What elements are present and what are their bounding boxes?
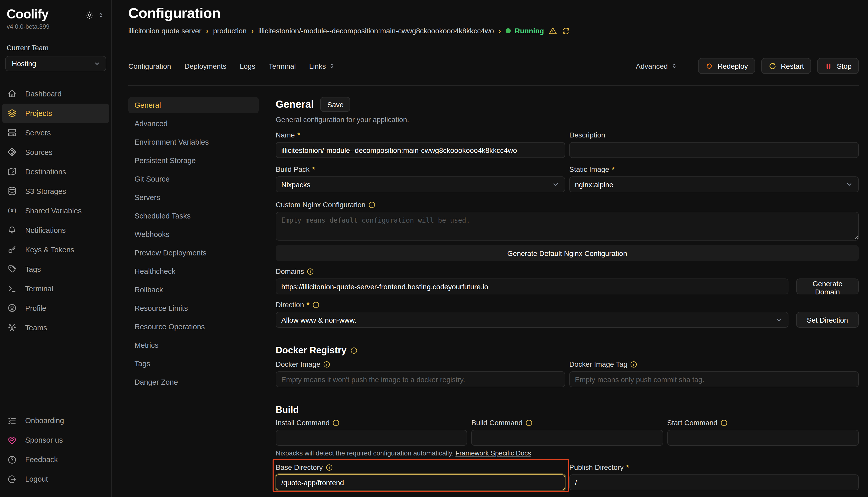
build-pack-label-text: Build Pack <box>276 165 309 173</box>
chevron-down-icon <box>93 60 101 67</box>
tag-icon <box>7 264 17 274</box>
build-command-label-text: Build Command <box>471 418 523 427</box>
submenu-item-scheduled-tasks[interactable]: Scheduled Tasks <box>128 208 259 224</box>
tab-label: Logs <box>240 62 256 70</box>
submenu-item-preview-deployments[interactable]: Preview Deployments <box>128 245 259 261</box>
info-icon[interactable] <box>350 347 358 354</box>
sidebar-item-s3-storages[interactable]: S3 Storages <box>2 181 109 201</box>
submenu-item-general[interactable]: General <box>128 97 259 113</box>
custom-nginx-textarea[interactable] <box>276 212 859 241</box>
checklist-icon <box>7 416 17 425</box>
tab-configuration[interactable]: Configuration <box>128 62 171 70</box>
app-logo[interactable]: Coolify <box>7 7 48 21</box>
tab-deployments[interactable]: Deployments <box>184 62 226 70</box>
base-directory-input[interactable] <box>276 474 565 490</box>
submenu-item-webhooks[interactable]: Webhooks <box>128 226 259 243</box>
sidebar-item-shared-variables[interactable]: (x) Shared Variables <box>2 201 109 220</box>
submenu-item-persistent-storage[interactable]: Persistent Storage <box>128 152 259 169</box>
breadcrumb-link[interactable]: illicitonion quote server <box>128 27 202 35</box>
updown-icon <box>329 62 335 69</box>
theme-toggle-icon[interactable] <box>85 11 94 19</box>
domains-input[interactable] <box>276 279 788 294</box>
info-icon[interactable] <box>326 464 333 471</box>
tab-terminal[interactable]: Terminal <box>269 62 296 70</box>
version-switcher-icon[interactable] <box>98 12 104 18</box>
tab-links[interactable]: Links <box>309 62 335 70</box>
sidebar-item-dashboard[interactable]: Dashboard <box>2 84 109 103</box>
docker-image-input[interactable] <box>276 371 565 387</box>
team-select[interactable]: Hosting <box>5 56 106 71</box>
sidebar-footer-nav: Onboarding Sponsor us Feedback Logout <box>0 411 111 489</box>
sidebar-item-label: Terminal <box>25 284 53 293</box>
start-command-label: Start Command <box>667 418 859 427</box>
description-input[interactable] <box>569 142 859 158</box>
publish-directory-input[interactable] <box>569 474 859 490</box>
submenu-item-tags[interactable]: Tags <box>128 355 259 372</box>
info-icon[interactable] <box>525 419 533 426</box>
submenu-item-rollback[interactable]: Rollback <box>128 282 259 298</box>
sidebar-item-profile[interactable]: Profile <box>2 298 109 318</box>
advanced-dropdown[interactable]: Advanced <box>636 62 678 70</box>
breadcrumb-link[interactable]: production <box>213 27 247 35</box>
bell-icon <box>7 225 17 235</box>
submenu-item-metrics[interactable]: Metrics <box>128 337 259 353</box>
static-image-select[interactable]: nginx:alpine <box>569 176 859 192</box>
status-badge: Running <box>506 26 570 36</box>
docker-image-tag-input[interactable] <box>569 371 859 387</box>
submenu-item-servers[interactable]: Servers <box>128 189 259 206</box>
warning-icon[interactable] <box>548 26 557 36</box>
info-icon[interactable] <box>332 419 340 426</box>
submenu-item-healthcheck[interactable]: Healthcheck <box>128 263 259 280</box>
sidebar-item-destinations[interactable]: Destinations <box>2 162 109 181</box>
sidebar-item-sponsor-us[interactable]: Sponsor us <box>2 430 109 450</box>
status-running-link[interactable]: Running <box>515 27 544 35</box>
info-icon[interactable] <box>368 201 376 209</box>
button-stop[interactable]: Stop <box>817 58 859 74</box>
name-input[interactable] <box>276 142 565 158</box>
info-icon[interactable] <box>630 360 638 368</box>
button-label: Restart <box>781 62 804 70</box>
nixpacks-note: Nixpacks will detect the required config… <box>276 449 859 457</box>
submenu-item-environment-variables[interactable]: Environment Variables <box>128 134 259 150</box>
button-restart[interactable]: Restart <box>761 58 811 74</box>
home-icon <box>7 89 17 98</box>
breadcrumb-link[interactable]: illicitestonion/-module--decomposition:m… <box>258 27 494 35</box>
submenu-item-label: Servers <box>135 193 160 202</box>
sidebar-item-terminal[interactable]: Terminal <box>2 279 109 298</box>
build-pack-select[interactable]: Nixpacks <box>276 176 565 192</box>
info-icon[interactable] <box>323 360 331 368</box>
sidebar-item-label: Tags <box>25 265 41 273</box>
install-command-input[interactable] <box>276 430 467 446</box>
submenu-item-git-source[interactable]: Git Source <box>128 171 259 187</box>
generate-domain-button[interactable]: Generate Domain <box>796 279 859 294</box>
sync-icon[interactable] <box>561 26 570 35</box>
direction-select[interactable]: Allow www & non-www. <box>276 312 788 328</box>
info-icon[interactable] <box>307 268 314 275</box>
sidebar-item-onboarding[interactable]: Onboarding <box>2 411 109 430</box>
build-pack-value: Nixpacks <box>281 180 311 188</box>
info-icon[interactable] <box>720 419 728 426</box>
set-direction-button[interactable]: Set Direction <box>796 312 859 328</box>
sidebar-item-sources[interactable]: Sources <box>2 142 109 162</box>
sidebar-item-teams[interactable]: Teams <box>2 318 109 337</box>
submenu-item-danger-zone[interactable]: Danger Zone <box>128 374 259 390</box>
sidebar-item-feedback[interactable]: Feedback <box>2 450 109 469</box>
submenu-item-resource-limits[interactable]: Resource Limits <box>128 300 259 316</box>
sidebar-item-notifications[interactable]: Notifications <box>2 220 109 240</box>
sidebar-item-servers[interactable]: Servers <box>2 123 109 142</box>
info-icon[interactable] <box>312 301 319 309</box>
sidebar-item-tags[interactable]: Tags <box>2 259 109 279</box>
sidebar-item-keys-tokens[interactable]: Keys & Tokens <box>2 240 109 259</box>
build-command-input[interactable] <box>471 430 663 446</box>
framework-docs-link[interactable]: Framework Specific Docs <box>455 449 531 457</box>
save-button[interactable]: Save <box>320 97 350 112</box>
sidebar-item-logout[interactable]: Logout <box>2 469 109 489</box>
install-command-field-group: Install Command <box>276 418 467 446</box>
start-command-input[interactable] <box>667 430 859 446</box>
sidebar-item-projects[interactable]: Projects <box>2 103 109 123</box>
button-redeploy[interactable]: Redeploy <box>698 58 755 74</box>
generate-nginx-button[interactable]: Generate Default Nginx Configuration <box>276 245 859 261</box>
submenu-item-resource-operations[interactable]: Resource Operations <box>128 318 259 335</box>
tab-logs[interactable]: Logs <box>240 62 256 70</box>
submenu-item-advanced[interactable]: Advanced <box>128 115 259 132</box>
